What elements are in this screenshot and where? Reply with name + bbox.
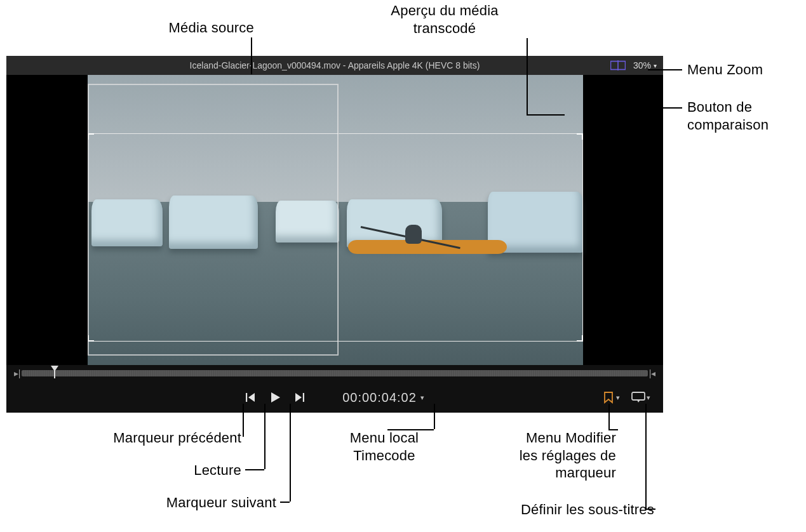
- svg-rect-6: [303, 393, 304, 402]
- label-line2: les réglages de: [483, 447, 616, 465]
- leader-line: [645, 404, 647, 509]
- compare-button[interactable]: [610, 60, 626, 70]
- leader-line: [245, 469, 264, 470]
- callout-timecode-menu: Menu local Timecode: [321, 429, 448, 464]
- timecode-value: 00:00:04:02: [342, 390, 417, 405]
- leader-line: [290, 404, 291, 502]
- playback-group: [245, 391, 306, 404]
- controls-bar: 00:00:04:02 ▾ ▾ ▾: [6, 382, 663, 413]
- label-line2: comparaison: [687, 116, 769, 134]
- play-button[interactable]: [269, 391, 281, 404]
- marker-settings-menu[interactable]: ▾: [602, 391, 620, 404]
- callout-compare-button: Bouton de comparaison: [687, 98, 769, 133]
- zoom-menu[interactable]: 30% ▾: [633, 60, 657, 70]
- go-end-icon[interactable]: |◂: [648, 368, 657, 379]
- callout-play: Lecture: [133, 462, 241, 479]
- label: Média source: [169, 20, 254, 36]
- svg-marker-3: [248, 393, 255, 402]
- label: Définir les sous-titres: [521, 502, 654, 517]
- file-title: Iceland-Glacier-Lagoon_v000494.mov - App…: [6, 60, 663, 70]
- svg-marker-8: [637, 400, 640, 402]
- chevron-down-icon: ▾: [420, 394, 425, 402]
- timeline-track[interactable]: [22, 370, 648, 376]
- label: Menu Zoom: [687, 62, 763, 77]
- timeline[interactable]: ▸| |◂: [13, 365, 657, 382]
- label-line1: Menu Modifier: [483, 429, 616, 447]
- crop-handle-br[interactable]: [577, 335, 583, 342]
- playhead[interactable]: [51, 366, 57, 376]
- label: Marqueur suivant: [166, 495, 276, 510]
- label-line1: Bouton de: [687, 98, 769, 116]
- viewer-header: Iceland-Glacier-Lagoon_v000494.mov - App…: [6, 56, 663, 75]
- leader-line: [280, 502, 290, 503]
- callout-marker-menu: Menu Modifier les réglages de marqueur: [483, 429, 616, 482]
- chevron-down-icon: ▾: [647, 394, 650, 402]
- label: Lecture: [194, 462, 241, 478]
- viewer-panel: Iceland-Glacier-Lagoon_v000494.mov - App…: [6, 56, 663, 413]
- callout-transcoded-preview: Aperçu du média transcodé: [356, 2, 534, 37]
- callout-zoom-menu: Menu Zoom: [687, 61, 763, 79]
- next-marker-button[interactable]: [294, 392, 306, 403]
- go-start-icon[interactable]: ▸|: [13, 368, 22, 379]
- label-line1: Menu local: [321, 429, 448, 447]
- label-line2: Timecode: [321, 447, 448, 465]
- chevron-down-icon: ▾: [654, 62, 657, 69]
- prev-marker-button[interactable]: [245, 392, 256, 403]
- captions-menu[interactable]: ▾: [631, 392, 650, 403]
- label: Marqueur précédent: [113, 430, 241, 446]
- callout-source-media: Média source: [70, 19, 254, 37]
- timecode-menu[interactable]: 00:00:04:02 ▾: [342, 390, 425, 405]
- svg-rect-2: [246, 393, 247, 402]
- crop-handle-tr[interactable]: [577, 133, 583, 140]
- chevron-down-icon: ▾: [616, 394, 620, 402]
- svg-marker-4: [271, 392, 280, 402]
- label-line2: transcodé: [356, 20, 534, 37]
- viewer-area[interactable]: [6, 75, 663, 365]
- label-line3: marqueur: [483, 464, 616, 482]
- callout-next-marker: Marqueur suivant: [102, 494, 276, 512]
- zoom-value: 30%: [633, 60, 651, 70]
- callout-prev-marker: Marqueur précédent: [33, 429, 241, 447]
- svg-rect-7: [632, 392, 645, 400]
- callout-captions-menu: Définir les sous-titres: [476, 501, 654, 519]
- leader-line: [264, 404, 265, 469]
- label-line1: Aperçu du média: [356, 2, 534, 20]
- svg-marker-5: [295, 393, 302, 402]
- source-media-overlay[interactable]: [88, 84, 339, 356]
